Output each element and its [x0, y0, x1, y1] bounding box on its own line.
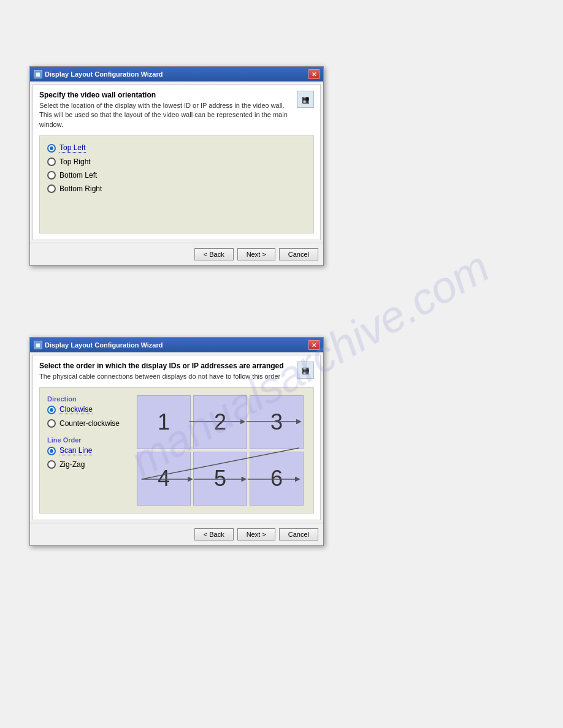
direction-title: Direction — [47, 395, 127, 403]
dialog1-title-text: Display Layout Configuration Wizard — [45, 70, 163, 78]
dialog2-cancel-button[interactable]: Cancel — [279, 528, 318, 540]
radio-clockwise-circle[interactable] — [47, 406, 56, 414]
dialog1-cancel-button[interactable]: Cancel — [279, 248, 318, 260]
dialog2-header-text: Select the order in which the display ID… — [39, 362, 284, 381]
dialog2-header-title: Select the order in which the display ID… — [39, 362, 284, 370]
dialog2-close-button[interactable]: ✕ — [308, 340, 320, 350]
radio-scan-line-circle[interactable] — [47, 447, 56, 455]
dialog2-body: Direction Clockwise Counter-clockwise — [39, 387, 314, 514]
dialog2-title-text: Display Layout Configuration Wizard — [45, 341, 163, 349]
dialog2-footer: < Back Next > Cancel — [30, 523, 323, 545]
dialog2-header-icon: ▦ — [297, 362, 314, 379]
radio-zig-zag[interactable]: Zig-Zag — [47, 460, 127, 469]
dialog1-back-button[interactable]: < Back — [194, 248, 234, 260]
dialog1-next-button[interactable]: Next > — [237, 248, 275, 260]
line-order-section: Line Order Scan Line Zig-Zag — [47, 436, 127, 469]
radio-top-left[interactable]: Top Left — [47, 143, 306, 153]
options-panel: Direction Clockwise Counter-clockwise — [47, 395, 127, 469]
dialog1-header-icon: ▦ — [297, 91, 314, 108]
radio-bottom-right-label: Bottom Right — [59, 184, 102, 193]
radio-bottom-left-circle[interactable] — [47, 171, 56, 180]
dialog1-orientation-options: Top Left Top Right Bottom Left Bottom Ri… — [47, 143, 306, 193]
dialog1-footer: < Back Next > Cancel — [30, 243, 323, 265]
dialog1-titlebar-left: ▦ Display Layout Configuration Wizard — [34, 70, 163, 78]
dialog1-content: Specify the video wall orientation Selec… — [33, 84, 321, 240]
direction-section: Direction Clockwise Counter-clockwise — [47, 395, 127, 428]
dialog1: ▦ Display Layout Configuration Wizard ✕ … — [29, 66, 324, 266]
dialog1-titlebar: ▦ Display Layout Configuration Wizard ✕ — [30, 67, 323, 82]
radio-top-left-circle[interactable] — [47, 144, 56, 153]
dialog1-header-title: Specify the video wall orientation — [39, 91, 292, 99]
dialog2-header: Select the order in which the display ID… — [39, 362, 314, 381]
grid-cell-2: 2 — [193, 395, 247, 449]
display-grid: 1 2 3 4 5 6 — [137, 395, 304, 506]
radio-bottom-right-circle[interactable] — [47, 184, 56, 193]
radio-counter-clockwise[interactable]: Counter-clockwise — [47, 419, 127, 428]
dialog2-next-button[interactable]: Next > — [237, 528, 275, 540]
display-grid-wrapper: 1 2 3 4 5 6 — [137, 395, 304, 506]
dialog1-close-button[interactable]: ✕ — [308, 69, 320, 79]
dialog1-header-text: Specify the video wall orientation Selec… — [39, 91, 292, 129]
radio-bottom-left[interactable]: Bottom Left — [47, 171, 306, 180]
radio-zig-zag-label: Zig-Zag — [59, 460, 85, 469]
grid-cell-6: 6 — [250, 452, 304, 506]
radio-top-right-circle[interactable] — [47, 157, 56, 166]
radio-bottom-right[interactable]: Bottom Right — [47, 184, 306, 193]
grid-cell-5: 5 — [193, 452, 247, 506]
grid-cell-1: 1 — [137, 395, 191, 449]
dialog2-back-button[interactable]: < Back — [194, 528, 234, 540]
dialog1-body: Top Left Top Right Bottom Left Bottom Ri… — [39, 135, 314, 233]
radio-bottom-left-label: Bottom Left — [59, 171, 97, 180]
radio-scan-line[interactable]: Scan Line — [47, 446, 127, 455]
dialog2: ▦ Display Layout Configuration Wizard ✕ … — [29, 337, 324, 546]
dialog2-titlebar-left: ▦ Display Layout Configuration Wizard — [34, 341, 163, 349]
radio-counter-clockwise-label: Counter-clockwise — [59, 419, 120, 428]
dialog2-title-icon: ▦ — [34, 341, 42, 349]
radio-zig-zag-circle[interactable] — [47, 460, 56, 469]
radio-top-right[interactable]: Top Right — [47, 157, 306, 166]
dialog2-titlebar: ▦ Display Layout Configuration Wizard ✕ — [30, 338, 323, 352]
grid-cell-3: 3 — [250, 395, 304, 449]
dialog2-content: Select the order in which the display ID… — [33, 355, 321, 520]
dialog2-options-and-grid: Direction Clockwise Counter-clockwise — [47, 395, 306, 506]
dialog1-header-description: Select the location of the display with … — [39, 101, 292, 129]
dialog1-header: Specify the video wall orientation Selec… — [39, 91, 314, 129]
radio-clockwise[interactable]: Clockwise — [47, 405, 127, 414]
radio-counter-clockwise-circle[interactable] — [47, 419, 56, 428]
direction-options: Clockwise Counter-clockwise — [47, 405, 127, 428]
line-order-options: Scan Line Zig-Zag — [47, 446, 127, 469]
dialog1-title-icon: ▦ — [34, 70, 42, 78]
dialog2-header-description: The physical cable connections between d… — [39, 372, 284, 381]
radio-top-left-label: Top Left — [59, 143, 86, 153]
radio-scan-line-label: Scan Line — [59, 446, 92, 455]
grid-cell-4: 4 — [137, 452, 191, 506]
radio-top-right-label: Top Right — [59, 157, 91, 166]
line-order-title: Line Order — [47, 436, 127, 444]
radio-clockwise-label: Clockwise — [59, 405, 93, 414]
